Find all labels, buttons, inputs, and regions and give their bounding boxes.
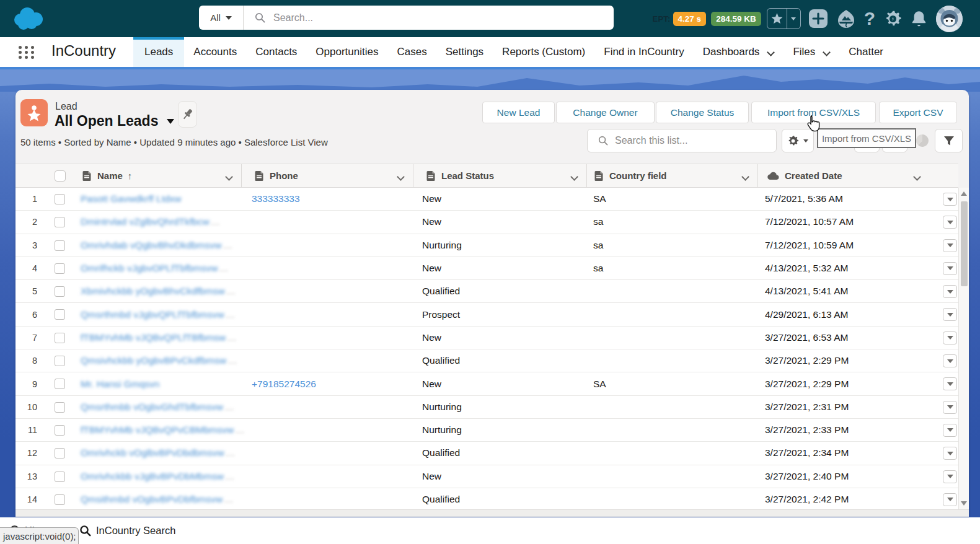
change-owner-button[interactable]: Change Owner — [556, 102, 655, 123]
nav-tab-cases[interactable]: Cases — [387, 37, 436, 67]
row-checkbox[interactable] — [55, 494, 65, 505]
lead-name-blurred: Qmsivhckbb yOgbvBPvCkdfbmsw — [81, 355, 226, 366]
lead-name-link[interactable]: Omrivhckbb vJgBvBPvDbMbmsw… — [81, 465, 234, 488]
lead-name-link[interactable]: fTBMYvhMb vJQBvQPLfTBfbmsw… — [81, 327, 237, 349]
lead-name-link[interactable]: Qmsithmbd vOgbvBPvDbfbmsvw… — [81, 488, 234, 509]
nav-tab-accounts[interactable]: Accounts — [184, 37, 246, 67]
nav-tab-settings[interactable]: Settings — [436, 37, 493, 67]
row-actions-button[interactable] — [943, 377, 957, 390]
column-header-country-field[interactable]: Country field — [586, 164, 757, 187]
search-scope-dropdown[interactable]: All — [199, 6, 244, 30]
list-search-input[interactable]: Search this list... — [587, 129, 777, 152]
lead-status-cell: Qualified — [422, 349, 460, 372]
scrollbar-thumb[interactable] — [961, 201, 968, 286]
row-actions-button[interactable] — [943, 424, 957, 437]
nav-tab-leads[interactable]: Leads — [133, 37, 184, 67]
app-launcher-dot — [25, 51, 28, 54]
global-actions-button[interactable] — [808, 9, 828, 29]
row-actions-button[interactable] — [943, 447, 957, 460]
filter-button[interactable] — [935, 129, 963, 152]
nav-tab-chatter[interactable]: Chatter — [839, 37, 893, 67]
row-checkbox[interactable] — [55, 217, 65, 227]
favorites-button-group[interactable] — [767, 8, 801, 29]
help-button[interactable]: ? — [864, 8, 875, 29]
row-checkbox[interactable] — [55, 309, 65, 320]
setup-button[interactable] — [884, 10, 902, 28]
export-csv-button[interactable]: Export CSV — [879, 102, 957, 123]
column-menu-chevron-icon[interactable] — [914, 173, 920, 180]
nav-tab-find-in-incountry[interactable]: Find in InCountry — [594, 37, 693, 67]
column-header-name[interactable]: Name↑ — [15, 164, 241, 187]
trailhead-help-button[interactable] — [837, 9, 855, 28]
row-checkbox[interactable] — [55, 333, 65, 343]
scrollbar-up-arrow[interactable] — [961, 191, 967, 196]
row-actions-button[interactable] — [943, 285, 957, 298]
favorites-star-segment[interactable] — [767, 13, 787, 24]
nav-tab-contacts[interactable]: Contacts — [246, 37, 306, 67]
row-actions-button[interactable] — [943, 308, 957, 321]
global-search[interactable]: All Search... — [199, 6, 614, 30]
phone-link[interactable]: 333333333 — [252, 188, 300, 210]
lead-name-link[interactable]: Dmintrvlad vZglbvQhrdTkfbcw… — [81, 211, 220, 233]
lead-name-link[interactable]: Omrifhckb vJgbvOPLfTbfbmsvw… — [81, 257, 229, 279]
row-actions-button[interactable] — [943, 193, 957, 206]
column-menu-chevron-icon[interactable] — [572, 173, 578, 180]
column-menu-chevron-icon[interactable] — [226, 173, 232, 180]
new-lead-button[interactable]: New Lead — [482, 102, 555, 123]
row-actions-button[interactable] — [943, 216, 957, 229]
phone-link[interactable]: +79185274526 — [252, 372, 316, 395]
row-checkbox[interactable] — [55, 402, 65, 413]
row-checkbox[interactable] — [55, 286, 65, 297]
column-header-created-date[interactable]: Created Date — [757, 164, 929, 187]
caret-down-icon — [947, 198, 953, 201]
lead-name-link[interactable]: Xbmivhckbb yOgbvBhvCkdfbmsw… — [81, 280, 236, 302]
table-vertical-scrollbar[interactable] — [958, 188, 969, 509]
trailhead-icon — [837, 9, 855, 28]
column-header-phone[interactable]: Phone — [241, 164, 413, 187]
column-menu-chevron-icon[interactable] — [398, 173, 404, 180]
column-menu-chevron-icon[interactable] — [743, 173, 749, 180]
charts-pie-icon[interactable] — [916, 134, 929, 147]
row-actions-button[interactable] — [943, 262, 957, 275]
lead-name-link[interactable]: Qmsivhckbb yOgbvBPvCkdfbmsw… — [81, 349, 237, 372]
nav-tab-dashboards[interactable]: Dashboards — [694, 37, 784, 67]
lead-name-link[interactable]: Pasott Gavwdkrff Ltdxw — [81, 188, 182, 210]
lead-name-link[interactable]: Qmsrthmbb vOgbvGhdTbfbmsvw… — [81, 396, 234, 418]
nav-tab-files[interactable]: Files — [784, 37, 839, 67]
utility-incountry-search[interactable]: InCountry Search — [79, 517, 175, 544]
row-checkbox[interactable] — [55, 240, 65, 251]
table-horizontal-scrollbar[interactable] — [15, 509, 969, 517]
row-actions-button[interactable] — [943, 331, 957, 344]
nav-tab-reports-custom-[interactable]: Reports (Custom) — [493, 37, 594, 67]
scrollbar-down-arrow[interactable] — [961, 501, 967, 506]
row-checkbox[interactable] — [55, 472, 65, 482]
lead-name-link[interactable]: Mr. Hansi Gmqsvn — [81, 372, 159, 395]
column-header-lead-status[interactable]: Lead Status — [413, 164, 586, 187]
row-actions-button[interactable] — [943, 470, 957, 483]
caret-down-icon — [947, 336, 953, 340]
row-checkbox[interactable] — [55, 194, 65, 204]
caret-down-icon — [947, 266, 953, 270]
row-checkbox[interactable] — [55, 379, 65, 389]
user-avatar[interactable] — [936, 6, 963, 32]
lead-name-link[interactable]: Omrivhdab vQgbvBhvDkdbmsvw… — [81, 234, 232, 257]
nav-tab-opportunities[interactable]: Opportunities — [306, 37, 387, 67]
row-checkbox[interactable] — [55, 356, 65, 366]
lead-name-link[interactable]: fTBMYvhMb vJQBvQPvCBMbmsvw… — [81, 419, 245, 441]
row-checkbox[interactable] — [55, 448, 65, 458]
lead-name-link[interactable]: Omrivhckb vOglbvBPvDbdbmsvw… — [81, 442, 235, 464]
created-date-cell: 4/13/2021, 5:32 AM — [765, 257, 848, 279]
notifications-button[interactable] — [911, 10, 927, 27]
app-launcher-button[interactable] — [17, 45, 35, 60]
lead-name-link[interactable]: Qmsrthmbd vJgbvQPLfTbfbmsvw… — [81, 303, 235, 325]
change-status-button[interactable]: Change Status — [656, 102, 749, 123]
row-actions-button[interactable] — [943, 401, 957, 414]
row-actions-button[interactable] — [943, 239, 957, 252]
row-checkbox[interactable] — [55, 263, 65, 274]
search-placeholder: Search... — [273, 12, 313, 24]
favorites-star-icon[interactable] — [771, 13, 783, 24]
row-checkbox[interactable] — [55, 425, 65, 436]
row-actions-button[interactable] — [943, 354, 957, 367]
row-actions-button[interactable] — [943, 493, 957, 506]
favorites-caret-button[interactable] — [787, 9, 800, 29]
